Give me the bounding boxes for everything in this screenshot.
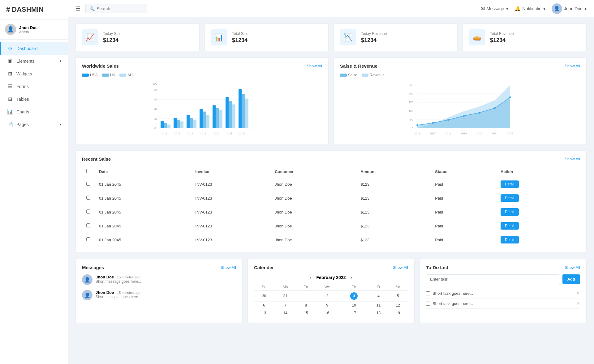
- pie-chart-icon: 🥧: [469, 29, 485, 45]
- calendar-day-cell[interactable]: 1: [296, 291, 315, 302]
- message-avatar: 👤: [82, 290, 93, 300]
- notification-label: Notificatin: [523, 6, 541, 11]
- stat-value: $1234: [232, 37, 248, 44]
- calendar-day-cell[interactable]: 2: [316, 291, 339, 302]
- row-checkbox[interactable]: [86, 182, 90, 186]
- sidebar-item-dashboard[interactable]: ⊙ Dashboard: [0, 42, 68, 55]
- row-checkbox[interactable]: [86, 196, 90, 200]
- calendar-day-cell[interactable]: 16: [316, 309, 339, 317]
- col-customer: Customer: [270, 166, 356, 177]
- calendar-day-cell[interactable]: 6: [254, 302, 274, 309]
- calendar-day-cell[interactable]: 11: [369, 302, 388, 309]
- table-row: 01 Jan 2045 INV-0123 Jhon Doe $123 Paid …: [82, 191, 580, 205]
- svg-text:200: 200: [409, 92, 413, 95]
- detail-button[interactable]: Detail: [501, 180, 519, 188]
- bottom-row: Messages Show All 👤 Jhon Doe 15 minutes …: [75, 259, 587, 323]
- chevron-down-icon: ▾: [60, 122, 62, 126]
- calendar-day-cell[interactable]: 7: [274, 302, 296, 309]
- calendar-day-cell[interactable]: 5: [388, 291, 408, 302]
- calendar-prev-button[interactable]: ‹: [308, 274, 313, 281]
- cell-customer: Jhon Doe: [270, 219, 356, 233]
- calendar-week-row: 13141516171819: [254, 309, 408, 317]
- svg-text:2017: 2017: [430, 132, 436, 135]
- detail-button[interactable]: Detail: [501, 208, 519, 216]
- cell-action: Detail: [496, 205, 580, 219]
- user-menu-button[interactable]: 👤 John Doe ▾: [552, 3, 587, 14]
- menu-icon[interactable]: ☰: [75, 5, 80, 12]
- calendar-day-cell[interactable]: 12: [388, 302, 408, 309]
- sidebar-item-label: Tables: [16, 97, 29, 102]
- calendar-day-cell[interactable]: 8: [296, 302, 315, 309]
- svg-text:2017: 2017: [174, 132, 180, 135]
- app-logo: # DASHMIN: [0, 0, 68, 19]
- search-input[interactable]: [97, 6, 143, 11]
- calendar-day-header: Th: [339, 284, 369, 291]
- recent-sales-show-all[interactable]: Show All: [565, 157, 580, 161]
- notification-button[interactable]: 🔔 Notificatin ▾: [514, 6, 545, 11]
- sidebar-user: 👤 Jhon Doe Admin: [0, 19, 68, 40]
- message-button[interactable]: ✉ Message ▾: [481, 6, 508, 11]
- cell-amount: $123: [356, 233, 431, 247]
- calendar-day-cell[interactable]: 14: [274, 309, 296, 317]
- calendar-day-cell[interactable]: 13: [254, 309, 274, 317]
- svg-rect-26: [226, 97, 229, 128]
- todo-delete-button[interactable]: ✕: [576, 291, 580, 296]
- calendar-next-button[interactable]: ›: [349, 274, 354, 281]
- calendar-day-cell[interactable]: 17: [339, 309, 369, 317]
- calendar-day-cell[interactable]: 4: [369, 291, 388, 302]
- charts-icon: 📊: [7, 109, 13, 115]
- svg-text:0: 0: [154, 127, 156, 130]
- calendar-day-cell[interactable]: 18: [369, 309, 388, 317]
- sidebar-user-avatar: 👤: [5, 24, 16, 35]
- messages-show-all[interactable]: Show All: [221, 265, 236, 270]
- detail-button[interactable]: Detail: [501, 194, 519, 202]
- select-all-checkbox[interactable]: [86, 169, 90, 173]
- sidebar-item-widgets[interactable]: ⊞ Widgets: [0, 67, 68, 80]
- svg-rect-12: [164, 123, 167, 128]
- todo-checkbox[interactable]: [426, 291, 430, 295]
- svg-point-55: [494, 107, 496, 109]
- legend-uk: UK: [102, 73, 115, 77]
- todo-input[interactable]: [426, 274, 560, 284]
- svg-rect-16: [180, 121, 183, 128]
- cell-invoice: INV-0123: [191, 191, 270, 205]
- legend-usa: USA: [82, 73, 98, 77]
- svg-rect-15: [177, 120, 180, 128]
- detail-button[interactable]: Detail: [501, 222, 519, 230]
- calendar-day-cell[interactable]: 19: [388, 309, 408, 317]
- todo-checkbox[interactable]: [426, 302, 430, 306]
- search-box[interactable]: 🔍: [85, 4, 147, 13]
- sidebar-item-tables[interactable]: ⊟ Tables: [0, 93, 68, 105]
- calendar-month-header: ‹ February 2022 ›: [254, 274, 408, 281]
- calendar-day-cell[interactable]: 30: [254, 291, 274, 302]
- todo-add-button[interactable]: Add: [562, 274, 580, 284]
- calendar-day-cell[interactable]: 31: [274, 291, 296, 302]
- calendar-day-cell[interactable]: 10: [339, 302, 369, 309]
- sidebar-nav: ⊙ Dashboard ▣ Elements ▾ ⊞ Widgets ☰ For…: [0, 40, 68, 133]
- sidebar-item-elements[interactable]: ▣ Elements ▾: [0, 55, 68, 67]
- sidebar-item-forms[interactable]: ☰ Forms: [0, 80, 68, 93]
- sales-revenue-show-all[interactable]: Show All: [565, 64, 580, 68]
- recent-sales-title: Recent Salse: [82, 156, 111, 162]
- stat-card-today-sale: 📈 Today Sale $1234: [75, 23, 200, 51]
- worldwide-sales-show-all[interactable]: Show All: [307, 64, 322, 68]
- svg-text:2020: 2020: [476, 132, 482, 135]
- todo-delete-button[interactable]: ✕: [576, 301, 580, 306]
- row-checkbox[interactable]: [86, 223, 90, 227]
- cell-customer: Jhon Doe: [270, 177, 356, 191]
- calendar-day-cell[interactable]: 15: [296, 309, 315, 317]
- row-checkbox[interactable]: [86, 237, 90, 241]
- row-checkbox[interactable]: [86, 210, 90, 214]
- sidebar-item-pages[interactable]: 📄 Pages ▾: [0, 118, 68, 131]
- calendar-day-cell[interactable]: 9: [316, 302, 339, 309]
- todo-show-all[interactable]: Show All: [565, 265, 580, 270]
- svg-rect-23: [213, 105, 216, 128]
- calendar-show-all[interactable]: Show All: [393, 265, 408, 270]
- sidebar-item-charts[interactable]: 📊 Charts: [0, 105, 68, 118]
- detail-button[interactable]: Detail: [501, 236, 519, 243]
- calendar-day-header: We: [316, 284, 339, 291]
- user-name-label: John Doe: [564, 6, 583, 11]
- todo-item: Short task goes here... ✕: [426, 298, 580, 309]
- charts-row: Worldwide Sales Show All USA UK AU: [75, 57, 587, 144]
- calendar-day-cell[interactable]: 3: [339, 291, 369, 302]
